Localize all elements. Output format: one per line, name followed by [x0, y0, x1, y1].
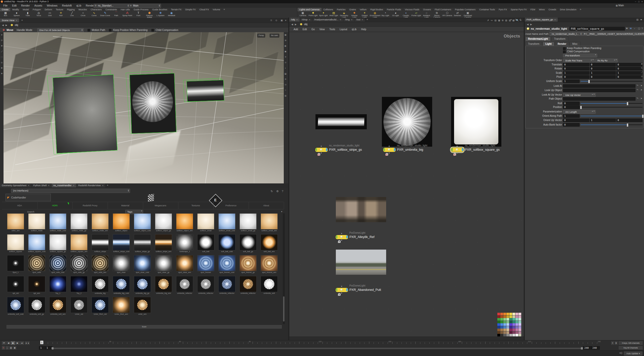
handle-mode-label[interactable]: Handle Mode	[17, 28, 32, 31]
param-slider[interactable]	[581, 125, 642, 125]
slider-handle[interactable]	[580, 106, 582, 109]
view-persp-button[interactable]: Persp	[257, 34, 265, 37]
gallery-item[interactable]: softbox_midle	[28, 213, 46, 232]
param-slider[interactable]	[581, 103, 642, 104]
palette-swatch[interactable]	[509, 329, 512, 331]
asset-name-combo[interactable]: ns_renderman_studio_l...▲▼	[549, 32, 583, 36]
palette-swatch[interactable]	[497, 321, 500, 323]
shelf-tool-environment-light[interactable]: ◍Environment Light	[370, 11, 380, 18]
palette-swatch[interactable]	[512, 315, 515, 318]
shelf-tool-gamepad-camera[interactable]: ▣Gamepad Camera	[463, 11, 473, 18]
maximize-icon[interactable]: ▢	[637, 1, 640, 3]
network-menu-help[interactable]: Help	[359, 27, 369, 32]
new-tab-button[interactable]: +	[20, 19, 24, 22]
forward-icon[interactable]: ▶	[6, 24, 7, 26]
gallery-item[interactable]: umbr_wm	[134, 297, 151, 316]
tab-geometry-spreadsheet[interactable]: Geometry Spreadsheet✕	[0, 183, 31, 187]
param-gizmo-icon[interactable]: ✥	[641, 63, 643, 65]
tab-redshift-renderview[interactable]: Redshift RenderView✕	[76, 183, 106, 187]
palette-swatch[interactable]	[503, 313, 506, 315]
splitter-network-param[interactable]	[524, 18, 525, 340]
shelf-tool-tube[interactable]: ▮Tube	[22, 11, 33, 16]
shelf-tab-rigging[interactable]: Rigging	[65, 8, 77, 11]
shelf-tab-collisions[interactable]: Collisions	[322, 8, 335, 11]
tab-ns_assethandler[interactable]: ns_AssetHandler✕	[52, 183, 76, 187]
gallery-item[interactable]: Umbr_Rich_wm	[113, 297, 130, 316]
gallery-item[interactable]: umbrella_big_wm	[155, 276, 173, 295]
stop-button[interactable]: ■	[11, 341, 15, 345]
gallery-item[interactable]: softbox_square	[7, 234, 25, 253]
palette-swatch[interactable]	[506, 321, 509, 323]
shelf-tool-spray-paint[interactable]: ⁂Spray Paint	[122, 11, 133, 16]
viewport-tool-icon-2[interactable]: ✥	[0, 43, 4, 49]
op-jump-icon[interactable]: ↷	[636, 89, 638, 91]
shelf-tab-simple-fx[interactable]: Simple FX	[183, 8, 198, 11]
shelf-tab-crowds[interactable]: Crowds	[547, 8, 558, 11]
gallery-item[interactable]: spot_cells_wm	[92, 255, 109, 274]
child-compensation-checkbox[interactable]	[563, 51, 566, 53]
gallery-item[interactable]: spot_clear_gs	[155, 255, 173, 274]
shelf-tool-font[interactable]: TFont	[133, 11, 144, 16]
gallery-item[interactable]: Spot_1	[7, 255, 25, 274]
gallery-thumbnail[interactable]	[134, 276, 151, 292]
shelf-tab-model[interactable]: Model	[21, 8, 31, 11]
gallery-item[interactable]: softbox_stripe_wm	[155, 234, 173, 253]
gallery-item[interactable]: umbrella_reflector	[197, 276, 215, 295]
shelf-tool-l-system[interactable]: ❋L-System	[155, 11, 166, 16]
palette-swatch[interactable]	[509, 331, 512, 334]
palette-swatch[interactable]	[518, 334, 521, 336]
gallery-thumbnail[interactable]	[197, 276, 214, 292]
shelf-tab-cloud-fx[interactable]: Cloud FX	[198, 8, 211, 11]
gallery-thumbnail[interactable]	[28, 234, 45, 250]
gallery-thumbnail[interactable]	[28, 276, 45, 292]
node-input-connector[interactable]	[341, 233, 342, 234]
palette-swatch[interactable]	[515, 315, 518, 318]
palette-swatch[interactable]	[500, 321, 503, 323]
shelf-tool-portal-light[interactable]: ▱Portal Light	[411, 11, 421, 16]
gallery-thumbnail[interactable]	[176, 213, 193, 229]
palette-swatch[interactable]	[509, 334, 512, 336]
shelf-tool-point-light[interactable]: ✹Point Light	[308, 11, 318, 16]
gallery-item[interactable]: umbrella_soft_wm	[49, 297, 67, 316]
mini-toggle1-icon[interactable]: ≡	[611, 341, 614, 345]
lock-icon[interactable]	[338, 241, 340, 243]
gallery-thumbnail[interactable]	[7, 297, 24, 313]
gallery-thumbnail[interactable]	[239, 255, 257, 271]
palette-swatch[interactable]	[512, 318, 515, 321]
gallery-item[interactable]: spt_wm	[28, 276, 46, 295]
node-input-connector[interactable]	[457, 146, 458, 147]
param-field[interactable]: 0	[616, 118, 642, 122]
palette-swatch[interactable]	[515, 313, 518, 315]
gallery-thumbnail[interactable]	[92, 276, 109, 292]
gallery-thumbnail[interactable]	[218, 213, 235, 229]
shelf-tab-viscous-fluids[interactable]: Viscous Fluids	[403, 8, 421, 11]
shelf-tab-modify[interactable]: Modify	[11, 8, 21, 11]
shelf-tab-fluid-containers[interactable]: Fluid Containers	[433, 8, 453, 11]
menu-qlib[interactable]: qLib	[74, 3, 84, 8]
param-subtab-render[interactable]: Render	[555, 42, 569, 46]
main-desktop-combo[interactable]: ⊕ Main▲▼	[129, 4, 161, 8]
network-toolbar-icon-6[interactable]: ▨	[509, 19, 511, 22]
param-subtab-transform[interactable]: Transform	[525, 42, 542, 46]
splitter-left-network[interactable]	[288, 18, 289, 340]
forward-icon[interactable]: ▶	[295, 23, 297, 26]
gallery-thumbnail[interactable]	[7, 213, 24, 229]
param-combo[interactable]: Arc Length▲▼	[563, 110, 596, 114]
gallery-scrollbar[interactable]	[283, 213, 285, 324]
node-input-flag[interactable]	[336, 288, 337, 291]
palette-swatch[interactable]	[506, 323, 509, 326]
network-menu-go[interactable]: Go	[309, 27, 317, 32]
param-gizmo-icon[interactable]: ⤢	[641, 71, 642, 74]
menu-windows[interactable]: Windows	[45, 3, 60, 8]
key-all-channels-button[interactable]: Key All Channels	[618, 346, 643, 350]
shelf-tool-torus[interactable]: ◎Torus	[33, 11, 44, 16]
viewport-display-icon-6[interactable]: ◐	[284, 65, 287, 71]
viewport[interactable]: Persp No cam	[4, 32, 284, 183]
search-icon[interactable]: ⌕	[634, 27, 635, 30]
viewport-display-icon-0[interactable]: ▦	[284, 32, 287, 38]
palette-swatch[interactable]	[500, 318, 503, 321]
param-field[interactable]: 0	[563, 63, 589, 66]
shelf-tab-polygon[interactable]: Polygon	[31, 8, 43, 11]
shelf-tab-deform[interactable]: Deform	[43, 8, 54, 11]
network-menu-tools[interactable]: Tools	[327, 27, 337, 32]
